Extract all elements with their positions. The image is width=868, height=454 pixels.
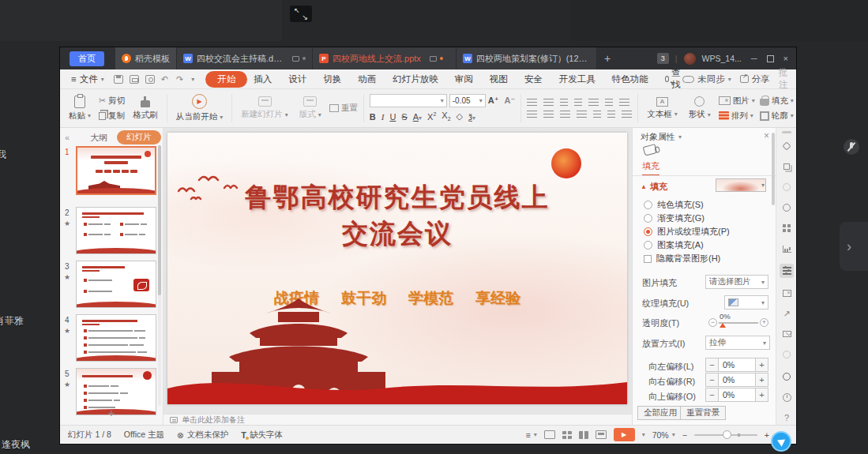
doc-tab-active-pptx[interactable]: P 四校两地线上交流.pptx bbox=[313, 47, 457, 69]
justify-icon[interactable] bbox=[577, 111, 587, 118]
layout-button[interactable]: 版式▾ bbox=[296, 95, 325, 122]
slide-thumbnail-3[interactable] bbox=[76, 261, 156, 308]
line-spacing-icon[interactable] bbox=[619, 99, 629, 106]
protection-status[interactable]: ⊗ 文档未保护 bbox=[177, 430, 228, 441]
menu-tab-slideshow[interactable]: 幻灯片放映 bbox=[393, 73, 438, 85]
decrease-font-icon[interactable]: A⁻ bbox=[505, 96, 516, 106]
resize-share-button[interactable]: ↖ ↘ bbox=[290, 6, 312, 22]
offset-right-stepper[interactable]: −0%+ bbox=[705, 373, 768, 387]
strip-animation-icon[interactable] bbox=[780, 180, 794, 194]
paste-button[interactable]: 粘贴▾ bbox=[66, 94, 94, 123]
superscript-button[interactable]: X2 bbox=[427, 111, 436, 122]
strip-apps-icon[interactable] bbox=[780, 221, 794, 235]
minus-icon[interactable]: − bbox=[705, 373, 719, 387]
font-color-button[interactable]: A▾ bbox=[413, 112, 422, 122]
missing-font-warning[interactable]: T 缺失字体 bbox=[241, 430, 283, 441]
bullet-list-icon[interactable] bbox=[527, 99, 537, 106]
bold-button[interactable]: B bbox=[370, 112, 376, 122]
minus-icon[interactable]: − bbox=[708, 318, 717, 327]
radio-gradient-fill[interactable]: 渐变填充(G) bbox=[644, 212, 705, 224]
slide-title-line1[interactable]: 鲁鄂高校研究生党员线上 bbox=[167, 180, 627, 216]
fill-tab[interactable]: 填充 bbox=[642, 160, 659, 176]
collapse-sidebar-icon[interactable]: « bbox=[65, 133, 70, 142]
slide-editing-surface[interactable]: 鲁鄂高校研究生党员线上 交流会议 战疫情鼓干劲学模范享经验 bbox=[167, 133, 627, 404]
reading-view-icon[interactable] bbox=[579, 431, 588, 439]
close-button[interactable]: × bbox=[783, 54, 788, 63]
align-right-icon[interactable] bbox=[560, 111, 570, 118]
increase-font-icon[interactable]: A⁺ bbox=[488, 96, 499, 106]
minus-icon[interactable]: − bbox=[705, 358, 719, 372]
text-direction-icon[interactable] bbox=[605, 99, 613, 106]
print-preview-icon[interactable] bbox=[145, 75, 155, 84]
plus-icon[interactable]: + bbox=[755, 388, 768, 402]
slider-marker[interactable] bbox=[720, 323, 726, 328]
slide-canvas[interactable]: 鲁鄂高校研究生党员线上 交流会议 战疫情鼓干劲学模范享经验 bbox=[163, 128, 632, 414]
slide-thumbnail-4[interactable] bbox=[76, 314, 156, 362]
align-center-icon[interactable] bbox=[543, 111, 554, 118]
columns-icon[interactable] bbox=[588, 99, 599, 106]
normal-view-icon[interactable] bbox=[544, 430, 555, 439]
menu-tab-insert[interactable]: 插入 bbox=[254, 73, 272, 85]
slide-thumbnail-1[interactable] bbox=[76, 146, 156, 195]
texture-fill-dropdown[interactable]: ▾ bbox=[724, 295, 768, 310]
arrange-button[interactable]: 排列▾ bbox=[719, 111, 755, 122]
cut-button[interactable]: ✂剪切 bbox=[99, 96, 125, 107]
font-size-combobox[interactable]: -0.05▾ bbox=[449, 94, 486, 107]
tab-count-badge[interactable]: 3 bbox=[657, 53, 669, 64]
zoom-slider[interactable] bbox=[694, 434, 757, 436]
minus-icon[interactable]: − bbox=[705, 388, 719, 402]
play-from-current-button[interactable]: ▶ 从当前开始▾ bbox=[173, 92, 227, 124]
menu-tab-review[interactable]: 审阅 bbox=[455, 73, 473, 85]
menu-tab-devtools[interactable]: 开发工具 bbox=[559, 73, 596, 85]
fill-bucket-icon[interactable] bbox=[643, 144, 658, 156]
sidebar-scrollbar[interactable] bbox=[158, 145, 161, 406]
menu-tab-start[interactable]: 开始 bbox=[205, 71, 247, 88]
textbox-button[interactable]: A 文本框▾ bbox=[644, 96, 681, 122]
strip-help-icon[interactable]: ? bbox=[780, 411, 794, 425]
tab-slides[interactable]: 幻灯片 bbox=[117, 130, 161, 144]
strip-ink-icon[interactable] bbox=[780, 370, 794, 384]
maximize-button[interactable] bbox=[767, 55, 774, 62]
radio-solid-fill[interactable]: 纯色填充(S) bbox=[644, 199, 704, 211]
distribute-icon[interactable] bbox=[593, 111, 601, 118]
text-effect-button[interactable]: ѯ▾ bbox=[468, 112, 475, 122]
fill-section-header[interactable]: ▲ 填充 bbox=[641, 181, 667, 193]
doc-tab-plan[interactable]: W 四校两地策划案(修订）(12).docx bbox=[457, 47, 597, 69]
theme-name[interactable]: Office 主题 bbox=[124, 430, 164, 441]
align-left-icon[interactable] bbox=[527, 111, 537, 118]
strip-record-icon[interactable] bbox=[780, 201, 794, 215]
shrink-text-icon[interactable] bbox=[607, 111, 615, 118]
menu-tab-animation[interactable]: 动画 bbox=[358, 73, 376, 85]
fill-preview-dropdown[interactable]: ▾ bbox=[716, 178, 766, 192]
chevron-down-icon[interactable]: ▾ bbox=[642, 431, 645, 438]
picture-button[interactable]: 图片▾ bbox=[719, 96, 755, 107]
strip-share-icon[interactable]: ↗ bbox=[780, 306, 794, 321]
transparency-slider[interactable]: − 0% + bbox=[708, 314, 768, 330]
slide-title-line2[interactable]: 交流会议 bbox=[167, 216, 627, 252]
account-name[interactable]: WPS_14... bbox=[702, 54, 742, 63]
plus-icon[interactable]: + bbox=[755, 358, 768, 372]
strip-mail-icon[interactable] bbox=[780, 327, 794, 341]
strip-chart-icon[interactable] bbox=[780, 242, 794, 256]
menu-tab-view[interactable]: 视图 bbox=[490, 73, 508, 85]
clear-format-icon[interactable]: ◇ bbox=[457, 111, 463, 122]
tab-outline[interactable]: 大纲 bbox=[90, 132, 107, 144]
paragraph-settings-icon[interactable] bbox=[622, 111, 632, 118]
sync-status[interactable]: 未同步 ▾ bbox=[682, 73, 731, 85]
strip-switch-icon[interactable] bbox=[780, 159, 794, 174]
checkbox-hide-background[interactable]: 隐藏背景图形(H) bbox=[644, 253, 720, 265]
italic-button[interactable]: I bbox=[381, 112, 385, 122]
strip-sticker-icon[interactable] bbox=[780, 347, 794, 362]
strikethrough-button[interactable]: S bbox=[401, 112, 407, 122]
underline-button[interactable]: U bbox=[389, 112, 396, 122]
minimize-button[interactable]: ─ bbox=[751, 54, 757, 63]
apply-all-button[interactable]: 全部应用 bbox=[637, 406, 683, 420]
notes-toggle[interactable]: ≡▾ bbox=[526, 430, 537, 440]
panel-scrollbar[interactable] bbox=[772, 133, 775, 205]
increase-indent-icon[interactable] bbox=[574, 99, 582, 106]
subscript-button[interactable]: X2 bbox=[442, 111, 450, 122]
new-slide-button[interactable]: 新建幻灯片▾ bbox=[238, 95, 291, 122]
format-painter-button[interactable]: 格式刷 bbox=[130, 95, 161, 122]
numbered-list-icon[interactable] bbox=[543, 99, 554, 106]
close-panel-icon[interactable]: × bbox=[764, 130, 769, 141]
